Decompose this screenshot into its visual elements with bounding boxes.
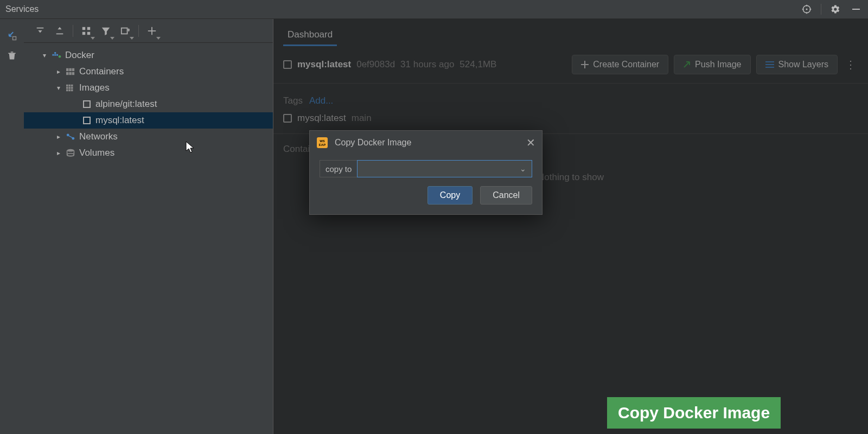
chevron-down-icon: ▾ (54, 84, 63, 92)
modal-overlay (273, 19, 868, 434)
images-icon (65, 84, 76, 92)
expand-all-icon[interactable] (30, 21, 50, 41)
tree-label: Images (79, 82, 110, 93)
svg-rect-12 (82, 31, 85, 34)
dialog-title: Copy Docker Image (335, 138, 411, 148)
svg-rect-35 (68, 90, 71, 92)
svg-rect-23 (69, 68, 71, 71)
svg-rect-31 (66, 87, 68, 89)
tree-leaf-mysql[interactable]: mysql:latest (24, 112, 273, 129)
svg-rect-22 (66, 68, 68, 71)
chevron-down-icon: ▾ (40, 52, 49, 59)
svg-rect-8 (37, 27, 44, 28)
services-tree: ▾ Docker ▸ Containers ▾ Images (24, 43, 273, 161)
chevron-down-icon: ⌄ (520, 164, 526, 173)
tree-label: Docker (65, 50, 94, 61)
svg-rect-25 (66, 72, 68, 75)
left-gutter (0, 19, 24, 434)
svg-rect-49 (317, 137, 328, 148)
tree-node-networks[interactable]: ▸ Networks (24, 129, 273, 145)
svg-point-21 (59, 55, 61, 58)
svg-line-41 (69, 136, 72, 137)
tree-pane: ▾ Docker ▸ Containers ▾ Images (24, 19, 273, 434)
dialog-titlebar: WSEAP Copy Docker Image ✕ (310, 131, 542, 155)
main-pane: Dashboard mysql:latest 0ef9083d 31 hours… (273, 19, 868, 434)
svg-rect-17 (53, 54, 54, 56)
image-item-icon (81, 117, 92, 124)
networks-icon (65, 133, 76, 141)
copy-docker-image-dialog: WSEAP Copy Docker Image ✕ copy to ⌄ Copy… (309, 130, 542, 215)
svg-rect-11 (87, 27, 90, 29)
containers-icon (65, 68, 76, 75)
svg-rect-38 (84, 117, 90, 124)
view-mode-icon[interactable] (116, 21, 135, 41)
svg-rect-33 (71, 87, 73, 89)
delete-icon[interactable] (5, 48, 19, 62)
svg-rect-36 (71, 90, 73, 92)
svg-rect-19 (54, 52, 56, 54)
tree-node-containers[interactable]: ▸ Containers (24, 63, 273, 80)
chevron-right-icon: ▸ (54, 133, 63, 141)
app-icon: WSEAP (316, 137, 328, 149)
svg-rect-6 (852, 9, 860, 10)
panel-titlebar: Services (0, 0, 868, 19)
svg-rect-10 (82, 27, 85, 29)
docker-icon (51, 52, 62, 59)
svg-text:EAP: EAP (319, 143, 326, 146)
svg-rect-26 (69, 72, 71, 75)
collapse-panel-icon[interactable] (7, 31, 17, 41)
target-icon[interactable] (800, 3, 813, 16)
svg-rect-29 (68, 85, 71, 87)
svg-rect-18 (54, 54, 56, 56)
copy-button[interactable]: Copy (427, 186, 473, 205)
volumes-icon (65, 149, 76, 157)
svg-text:WS: WS (320, 139, 325, 143)
svg-rect-13 (87, 31, 90, 34)
close-icon[interactable]: ✕ (526, 136, 535, 149)
svg-rect-9 (56, 33, 63, 34)
button-label: Cancel (493, 190, 520, 200)
add-icon[interactable] (142, 21, 162, 41)
svg-rect-14 (122, 28, 127, 34)
svg-rect-37 (84, 101, 90, 107)
tree-label: mysql:latest (95, 115, 144, 126)
filter-icon[interactable] (96, 21, 116, 41)
svg-rect-34 (66, 90, 68, 92)
titlebar-separator (821, 4, 821, 15)
svg-rect-28 (66, 85, 68, 87)
toolbar-separator-2 (138, 25, 139, 37)
field-label: copy to (320, 160, 357, 177)
svg-rect-16 (148, 30, 156, 31)
tree-label: Containers (79, 66, 124, 77)
image-item-icon (81, 100, 92, 108)
chevron-right-icon: ▸ (54, 68, 63, 75)
gear-icon[interactable] (829, 3, 842, 16)
tree-node-docker[interactable]: ▾ Docker (24, 47, 273, 63)
chevron-right-icon: ▸ (54, 149, 63, 157)
svg-rect-7 (13, 37, 16, 40)
svg-rect-27 (72, 72, 74, 75)
toolbar-separator (73, 25, 73, 37)
banner-text: Copy Docker Image (618, 404, 770, 422)
svg-rect-20 (56, 54, 58, 56)
svg-point-1 (806, 9, 807, 10)
button-label: Copy (440, 190, 460, 200)
svg-point-42 (67, 149, 74, 152)
minimize-icon[interactable] (850, 3, 863, 16)
tree-leaf-alpine-git[interactable]: alpine/git:latest (24, 96, 273, 112)
copy-to-field: copy to ⌄ (320, 160, 532, 177)
tree-label: Volumes (79, 148, 114, 158)
svg-rect-24 (72, 68, 74, 71)
svg-point-43 (67, 154, 74, 156)
panel-title: Services (5, 4, 793, 14)
svg-rect-30 (71, 85, 73, 87)
group-by-icon[interactable] (76, 21, 96, 41)
cancel-button[interactable]: Cancel (480, 186, 532, 205)
collapse-all-icon[interactable] (50, 21, 69, 41)
copy-to-select[interactable]: ⌄ (357, 160, 532, 177)
tree-toolbar (24, 19, 273, 43)
tree-node-volumes[interactable]: ▸ Volumes (24, 145, 273, 161)
tree-label: alpine/git:latest (95, 99, 157, 110)
tree-node-images[interactable]: ▾ Images (24, 80, 273, 96)
instruction-banner: Copy Docker Image (607, 397, 781, 429)
